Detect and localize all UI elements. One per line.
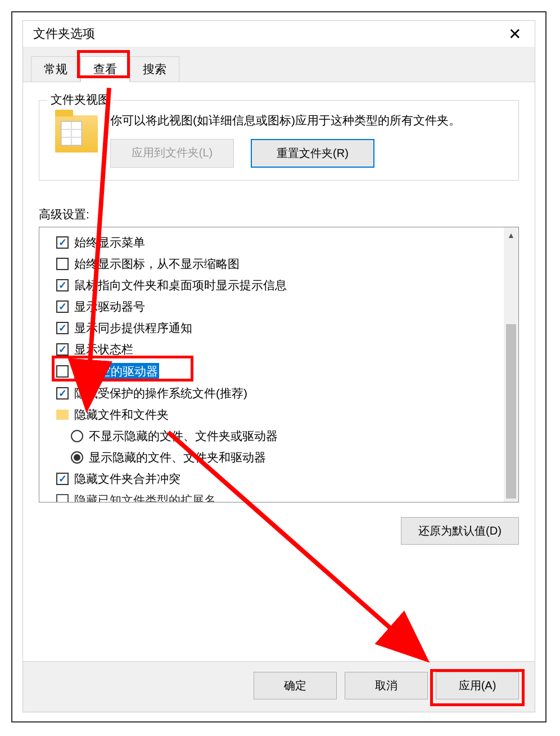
advanced-settings-label: 高级设置: xyxy=(39,207,519,222)
tree-item-show-tooltips[interactable]: 鼠标指向文件夹和桌面项时显示提示信息 xyxy=(56,275,516,296)
tree-item-hide-extensions[interactable]: 隐藏已知文件类型的扩展名 xyxy=(56,490,516,502)
folder-icon xyxy=(55,115,98,152)
advanced-settings-tree[interactable]: 始终显示菜单 始终显示图标，从不显示缩略图 鼠标指向文件夹和桌面项时显示提示信息… xyxy=(39,227,519,502)
tree-item-hide-merge-conflicts[interactable]: 隐藏文件夹合并冲突 xyxy=(56,468,516,490)
reset-folders-button[interactable]: 重置文件夹(R) xyxy=(251,139,374,168)
tree-item-hidden-files-folder[interactable]: 隐藏文件和文件夹 xyxy=(56,404,516,425)
tree-item-always-show-menus[interactable]: 始终显示菜单 xyxy=(56,232,516,253)
close-icon[interactable]: ✕ xyxy=(503,23,527,46)
scrollbar[interactable]: ▲ xyxy=(504,227,518,502)
tree-item-show-drive-letters[interactable]: 显示驱动器号 xyxy=(56,296,516,317)
cancel-button[interactable]: 取消 xyxy=(345,672,428,699)
tree-item-hide-empty-drives[interactable]: 隐藏空的驱动器 xyxy=(56,360,516,383)
scroll-up-icon[interactable]: ▲ xyxy=(507,227,515,243)
checkbox-icon[interactable] xyxy=(56,473,69,485)
dialog-title: 文件夹选项 xyxy=(33,25,95,42)
folder-options-dialog: 文件夹选项 ✕ 常规 查看 搜索 文件夹视图 你可以将此视图(如详细信息或图标)… xyxy=(22,20,535,712)
checkbox-icon[interactable] xyxy=(56,279,69,291)
tab-row: 常规 查看 搜索 xyxy=(23,47,535,82)
tree-item-show-status-bar[interactable]: 显示状态栏 xyxy=(56,339,516,360)
ok-button[interactable]: 确定 xyxy=(254,672,337,699)
tab-search[interactable]: 搜索 xyxy=(130,56,179,82)
tab-general[interactable]: 常规 xyxy=(31,56,80,82)
folder-small-icon xyxy=(56,410,69,420)
dialog-buttons: 确定 取消 应用(A) xyxy=(23,661,535,712)
checkbox-icon[interactable] xyxy=(56,494,69,502)
folder-view-legend: 文件夹视图 xyxy=(47,92,113,107)
radio-icon[interactable] xyxy=(71,430,83,442)
scroll-thumb[interactable] xyxy=(506,324,516,499)
checkbox-icon[interactable] xyxy=(56,365,69,378)
outer-frame: 文件夹选项 ✕ 常规 查看 搜索 文件夹视图 你可以将此视图(如详细信息或图标)… xyxy=(11,11,547,722)
tree-item-hide-protected-os-files[interactable]: 隐藏受保护的操作系统文件(推荐) xyxy=(56,383,516,404)
folder-view-group: 文件夹视图 你可以将此视图(如详细信息或图标)应用于这种类型的所有文件夹。 应用… xyxy=(39,100,519,181)
checkbox-icon[interactable] xyxy=(56,322,69,334)
apply-to-folders-button: 应用到文件夹(L) xyxy=(110,139,234,168)
tab-view[interactable]: 查看 xyxy=(80,56,130,82)
checkbox-icon[interactable] xyxy=(56,236,69,249)
titlebar: 文件夹选项 ✕ xyxy=(23,21,535,47)
tree-item-radio-dont-show-hidden[interactable]: 不显示隐藏的文件、文件夹或驱动器 xyxy=(56,425,516,447)
apply-button[interactable]: 应用(A) xyxy=(436,672,519,699)
checkbox-icon[interactable] xyxy=(56,300,69,313)
restore-defaults-button[interactable]: 还原为默认值(D) xyxy=(401,517,519,545)
checkbox-icon[interactable] xyxy=(56,387,69,400)
radio-icon[interactable] xyxy=(71,451,83,464)
folder-view-description: 你可以将此视图(如详细信息或图标)应用于这种类型的所有文件夹。 xyxy=(110,111,508,130)
tree-item-show-sync-notifications[interactable]: 显示同步提供程序通知 xyxy=(56,317,516,339)
content-area: 文件夹视图 你可以将此视图(如详细信息或图标)应用于这种类型的所有文件夹。 应用… xyxy=(23,82,535,661)
tree-item-always-show-icons[interactable]: 始终显示图标，从不显示缩略图 xyxy=(56,253,516,275)
checkbox-icon[interactable] xyxy=(56,258,69,270)
tree-item-radio-show-hidden[interactable]: 显示隐藏的文件、文件夹和驱动器 xyxy=(56,447,516,468)
checkbox-icon[interactable] xyxy=(56,343,69,356)
